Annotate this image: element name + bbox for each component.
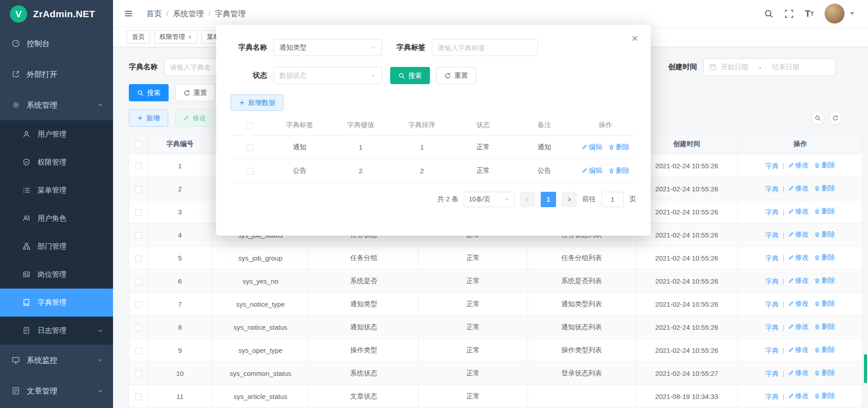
goto-page-input[interactable]	[601, 192, 624, 207]
edit-link[interactable]: 修改	[788, 323, 809, 331]
delete-link[interactable]: 删除	[814, 184, 835, 193]
dialog-search-button[interactable]: 搜索	[390, 67, 430, 84]
row-checkbox[interactable]	[135, 232, 142, 239]
delete-link[interactable]: 删除	[609, 166, 629, 175]
sidebar-item-users[interactable]: 用户管理	[0, 120, 113, 148]
delete-link[interactable]: 删除	[814, 323, 835, 331]
prev-page-button[interactable]	[520, 192, 535, 207]
status-select[interactable]: 数据状态	[274, 67, 382, 84]
tab-home[interactable]: 首页	[127, 30, 150, 44]
breadcrumb-system[interactable]: 系统管理	[173, 9, 204, 19]
row-checkbox[interactable]	[135, 186, 142, 193]
row-checkbox[interactable]	[135, 278, 142, 285]
page-size-select[interactable]: 10条/页	[464, 192, 514, 207]
toggle-search-icon[interactable]	[811, 111, 825, 125]
row-checkbox[interactable]	[135, 301, 142, 308]
add-button[interactable]: 新增	[129, 109, 168, 127]
edit-link[interactable]: 修改	[788, 346, 809, 354]
refresh-icon[interactable]	[829, 111, 842, 125]
close-icon[interactable]: ×	[188, 34, 192, 40]
sidebar-item-logs[interactable]: 日志管理	[0, 317, 113, 345]
logo[interactable]: V ZrAdmin.NET	[0, 0, 113, 28]
page-scrollbar[interactable]	[864, 354, 867, 383]
dict-data-link[interactable]: 字典	[765, 254, 779, 263]
dict-label-input[interactable]	[432, 39, 538, 56]
dialog-reset-button[interactable]: 重置	[436, 67, 476, 84]
edit-link[interactable]: 修改	[788, 253, 809, 262]
date-range-picker[interactable]: 开始日期 - 结束日期	[703, 58, 835, 76]
dict-data-link[interactable]: 字典	[765, 162, 779, 171]
reset-button[interactable]: 重置	[175, 84, 215, 101]
dict-data-link[interactable]: 字典	[765, 208, 779, 217]
dict-data-link[interactable]: 字典	[765, 370, 779, 378]
delete-link[interactable]: 删除	[814, 207, 835, 216]
edit-link[interactable]: 修改	[788, 299, 809, 308]
edit-link[interactable]: 修改	[788, 276, 809, 285]
delete-link[interactable]: 删除	[814, 369, 835, 377]
edit-link[interactable]: 修改	[788, 184, 809, 193]
sidebar-item-articles[interactable]: 文章管理	[0, 375, 113, 406]
edit-link[interactable]: 编辑	[581, 166, 602, 175]
search-button[interactable]: 搜索	[129, 84, 169, 101]
page-number-button[interactable]: 1	[541, 192, 556, 207]
sidebar-item-menus[interactable]: 菜单管理	[0, 176, 113, 204]
row-checkbox[interactable]	[135, 370, 142, 377]
font-size-icon[interactable]: TT	[805, 9, 814, 18]
sidebar-item-permissions[interactable]: 权限管理	[0, 148, 113, 176]
breadcrumb-home[interactable]: 首页	[146, 9, 162, 19]
tab-permissions[interactable]: 权限管理 ×	[154, 30, 197, 44]
dict-type-link[interactable]: sys_yes_no	[212, 270, 309, 293]
dict-data-link[interactable]: 字典	[765, 323, 779, 332]
sidebar-item-posts[interactable]: 岗位管理	[0, 261, 113, 289]
sidebar-item-dashboard[interactable]: 控制台	[0, 28, 113, 59]
dict-type-link[interactable]: sys_job_group	[212, 247, 309, 270]
edit-link[interactable]: 修改	[788, 161, 809, 170]
row-checkbox[interactable]	[135, 394, 142, 400]
close-icon[interactable]: ×	[632, 33, 638, 44]
row-checkbox[interactable]	[135, 209, 142, 216]
dict-data-link[interactable]: 字典	[765, 300, 779, 309]
sidebar-item-monitor[interactable]: 系统监控	[0, 345, 113, 375]
edit-link[interactable]: 编辑	[581, 143, 602, 152]
add-data-button[interactable]: 新增数据	[231, 95, 283, 111]
dict-type-link[interactable]: sys_article_status	[212, 385, 309, 408]
row-checkbox[interactable]	[135, 163, 142, 170]
row-checkbox[interactable]	[246, 168, 253, 175]
search-icon[interactable]	[764, 9, 774, 19]
delete-link[interactable]: 删除	[814, 161, 835, 170]
edit-link[interactable]: 修改	[788, 392, 809, 400]
edit-button[interactable]: 修改	[175, 109, 214, 127]
dict-type-link[interactable]: sys_common_status	[212, 362, 309, 385]
row-checkbox[interactable]	[246, 144, 253, 151]
fullscreen-icon[interactable]	[784, 9, 794, 19]
delete-link[interactable]: 删除	[814, 346, 835, 354]
sidebar-item-system[interactable]: 系统管理	[0, 90, 113, 120]
dict-data-link[interactable]: 字典	[765, 346, 779, 355]
delete-link[interactable]: 删除	[814, 276, 835, 285]
sidebar-item-departments[interactable]: 部门管理	[0, 232, 113, 261]
sidebar-item-external[interactable]: 外部打开	[0, 59, 113, 90]
avatar[interactable]	[825, 4, 844, 24]
row-checkbox[interactable]	[135, 255, 142, 262]
dict-data-link[interactable]: 字典	[765, 393, 779, 401]
delete-link[interactable]: 删除	[814, 392, 835, 400]
select-all-checkbox[interactable]	[246, 123, 253, 129]
edit-link[interactable]: 修改	[788, 369, 809, 377]
row-checkbox[interactable]	[135, 324, 142, 331]
dict-name-select[interactable]: 通知类型	[274, 39, 382, 56]
dict-data-link[interactable]: 字典	[765, 185, 779, 194]
dict-data-link[interactable]: 字典	[765, 231, 779, 240]
select-all-checkbox[interactable]	[135, 141, 142, 148]
dict-type-link[interactable]: sys_oper_type	[212, 339, 309, 362]
sidebar-toggle-icon[interactable]	[124, 9, 133, 18]
delete-link[interactable]: 删除	[609, 143, 629, 152]
sidebar-item-roles[interactable]: 用户角色	[0, 204, 113, 232]
sidebar-item-dictionary[interactable]: 字典管理	[0, 289, 113, 317]
dict-type-link[interactable]: sys_notice_type	[212, 293, 309, 316]
row-checkbox[interactable]	[135, 347, 142, 354]
dict-data-link[interactable]: 字典	[765, 277, 779, 286]
delete-link[interactable]: 删除	[814, 253, 835, 262]
delete-link[interactable]: 删除	[814, 230, 835, 239]
edit-link[interactable]: 修改	[788, 230, 809, 239]
edit-link[interactable]: 修改	[788, 207, 809, 216]
